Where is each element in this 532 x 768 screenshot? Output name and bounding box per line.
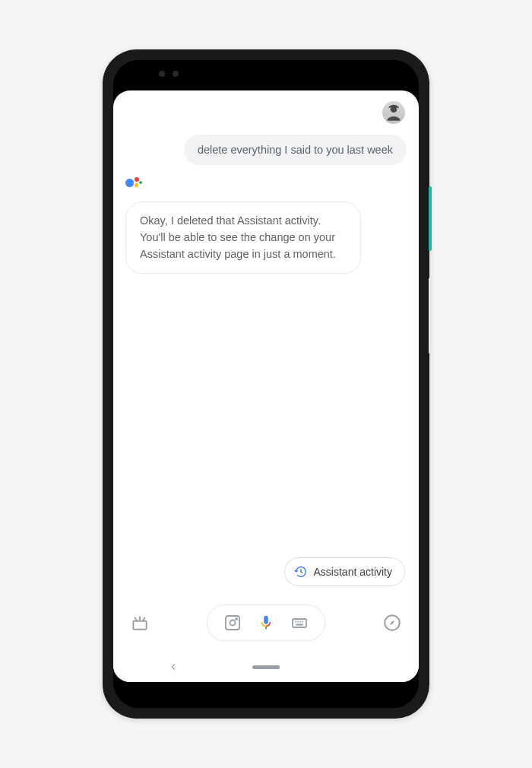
assistant-message-bubble: Okay, I deleted that Assistant activity.… [125, 202, 361, 274]
header [113, 90, 419, 130]
discover-icon[interactable] [130, 613, 150, 633]
keyboard-icon[interactable] [290, 613, 309, 633]
svg-rect-1 [133, 621, 146, 630]
history-icon [294, 565, 308, 579]
lens-icon[interactable] [223, 613, 242, 633]
assistant-logo-row [125, 176, 407, 194]
assistant-activity-chip[interactable]: Assistant activity [284, 557, 405, 586]
bezel-bottom [113, 682, 419, 708]
phone-frame: delete everything I said to you last wee… [103, 49, 429, 719]
svg-point-3 [230, 620, 236, 626]
svg-point-4 [236, 618, 237, 620]
user-message-text: delete everything I said to you last wee… [198, 144, 393, 156]
svg-rect-5 [293, 619, 306, 627]
chip-label: Assistant activity [314, 566, 392, 578]
svg-point-0 [391, 106, 397, 113]
volume-button [429, 278, 432, 354]
google-assistant-icon [125, 177, 142, 194]
mic-icon[interactable] [258, 614, 274, 631]
compass-icon[interactable] [382, 613, 402, 633]
suggestion-chip-row: Assistant activity [113, 557, 419, 597]
nav-home-pill[interactable] [252, 665, 280, 669]
user-avatar-icon [384, 103, 404, 122]
conversation-area: delete everything I said to you last wee… [113, 130, 419, 557]
power-button [429, 186, 432, 251]
camera-sensors [159, 71, 179, 77]
assistant-message-text: Okay, I deleted that Assistant activity.… [140, 214, 336, 260]
screen: delete everything I said to you last wee… [113, 90, 419, 682]
bottom-action-bar [113, 597, 419, 652]
nav-back-icon[interactable] [168, 662, 179, 672]
phone-inner: delete everything I said to you last wee… [113, 60, 419, 708]
input-pill [207, 605, 325, 641]
user-message-bubble: delete everything I said to you last wee… [184, 135, 407, 165]
avatar[interactable] [382, 101, 405, 124]
system-nav-bar [113, 652, 419, 682]
